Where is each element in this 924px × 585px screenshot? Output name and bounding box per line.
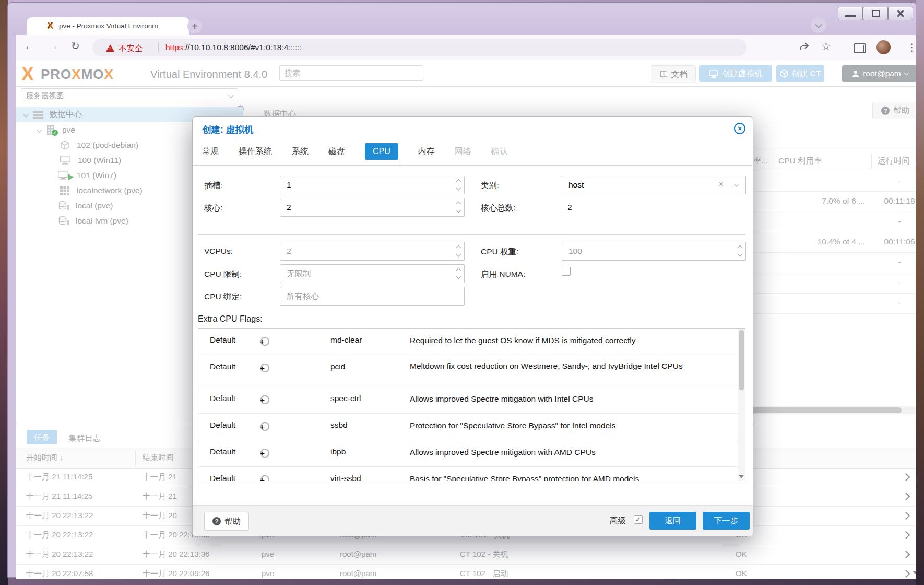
dialog-close-icon[interactable]: ×	[734, 123, 745, 134]
row-expand-icon[interactable]	[902, 531, 910, 540]
new-tab-button[interactable]: +	[187, 19, 202, 33]
col-mem-header[interactable]: 率...	[753, 156, 768, 167]
flag-desc: Required to let the guest OS know if MDS…	[410, 335, 733, 346]
scroll-down-icon[interactable]	[913, 571, 918, 574]
flag-row-ssbd[interactable]: Default - + ssbd Protection for "Specula…	[198, 414, 745, 440]
scrollbar-thumb[interactable]	[739, 330, 744, 390]
col-cpu-header[interactable]: CPU 利用率	[778, 156, 822, 167]
spinner-up-icon[interactable]	[456, 202, 461, 207]
tab-cluster-log[interactable]: 集群日志	[68, 433, 101, 444]
cpu-limit-input[interactable]: 无限制	[280, 264, 465, 283]
profile-avatar[interactable]	[876, 40, 891, 54]
create-vm-label: 创建虚拟机	[722, 68, 763, 79]
reload-button[interactable]: ↻	[71, 40, 80, 52]
spinner[interactable]	[457, 180, 460, 190]
spinner[interactable]	[457, 246, 460, 256]
security-warning-icon[interactable]: !	[106, 44, 114, 52]
plus-icon[interactable]: +	[260, 449, 265, 458]
scroll-right-icon[interactable]	[920, 408, 923, 414]
create-vm-button[interactable]: 创建虚拟机	[699, 65, 772, 82]
col-start-header[interactable]: 开始时间 ↓	[26, 453, 64, 463]
spinner[interactable]	[457, 268, 460, 278]
help-button[interactable]: ? 帮助	[872, 102, 918, 119]
flag-row-virt-ssbd[interactable]: Default - + virt-ssbd Basis for "Specula…	[198, 467, 745, 481]
row-expand-icon[interactable]	[902, 493, 910, 501]
spinner-up-icon[interactable]	[456, 245, 461, 251]
tab-network[interactable]: 网络	[455, 146, 471, 157]
tab-general[interactable]: 常规	[202, 146, 219, 157]
vcpus-input[interactable]: 2	[280, 242, 465, 261]
flag-row-md-clear[interactable]: Default - + md-clear Required to let the…	[198, 329, 745, 355]
row-expand-icon[interactable]	[902, 512, 910, 520]
col-end-header[interactable]: 结束时间	[143, 453, 174, 463]
affinity-input[interactable]: 所有核心	[280, 287, 465, 306]
dialog-help-button[interactable]: ? 帮助	[204, 512, 249, 531]
tab-memory[interactable]: 内存	[418, 146, 435, 157]
share-icon[interactable]	[798, 41, 810, 54]
task-row[interactable]: 十一月 20 22:13:22 十一月 20 22:13:36 pve root…	[16, 545, 923, 565]
clear-icon[interactable]: ×	[719, 180, 724, 189]
window-minimize-button[interactable]	[838, 7, 863, 20]
tab-tasks[interactable]: 任务	[27, 430, 57, 444]
plus-icon[interactable]: +	[260, 395, 265, 405]
spinner-up-icon[interactable]	[738, 245, 743, 251]
bookmark-star-icon[interactable]: ☆	[821, 40, 831, 53]
expander-icon[interactable]	[37, 127, 42, 133]
spinner-down-icon[interactable]	[456, 252, 461, 257]
user-menu-button[interactable]: root@pam	[842, 65, 918, 82]
spinner-up-icon[interactable]	[456, 268, 461, 273]
window-close-button[interactable]	[888, 7, 913, 20]
advanced-checkbox[interactable]: ✓	[634, 515, 643, 524]
numa-checkbox[interactable]	[562, 267, 571, 276]
question-icon: ?	[881, 107, 890, 115]
url-text[interactable]: https://10.10.10.8:8006/#v1:0:18:4::::::	[165, 43, 302, 52]
spinner-down-icon[interactable]	[456, 185, 461, 191]
row-expand-icon[interactable]	[902, 570, 910, 578]
combo-dropdown-icon[interactable]	[734, 182, 739, 187]
spinner-up-icon[interactable]	[456, 179, 461, 184]
spinner-down-icon[interactable]	[738, 252, 743, 257]
plus-icon[interactable]: +	[260, 364, 265, 373]
cpu-weight-input[interactable]: 100	[562, 242, 746, 261]
tab-system[interactable]: 系统	[292, 146, 309, 157]
plus-icon[interactable]: +	[260, 475, 265, 481]
expander-icon[interactable]	[23, 112, 29, 118]
tab-cpu[interactable]: CPU	[365, 143, 398, 160]
scroll-down-icon[interactable]	[739, 475, 744, 478]
tab-os[interactable]: 操作系统	[239, 146, 272, 157]
col-uptime-header[interactable]: 运行时间	[878, 156, 910, 167]
row-expand-icon[interactable]	[902, 473, 910, 482]
sockets-input[interactable]: 1	[280, 176, 465, 194]
back-button[interactable]: 返回	[649, 512, 696, 530]
side-panel-icon[interactable]	[854, 43, 866, 53]
browser-menu-icon[interactable]: ⋮	[907, 41, 917, 53]
cpu-type-combo[interactable]: host ×	[562, 176, 746, 194]
plus-icon[interactable]: +	[260, 337, 265, 346]
spinner-down-icon[interactable]	[456, 208, 461, 213]
global-search-input[interactable]: 搜索	[279, 65, 423, 81]
next-button[interactable]: 下一步	[703, 512, 750, 530]
tab-search-button[interactable]	[811, 17, 826, 33]
back-button[interactable]: ←	[24, 40, 34, 52]
task-row[interactable]: 十一月 20 22:07:58 十一月 20 22:09:26 pve root…	[16, 564, 923, 579]
cores-value: 2	[287, 203, 291, 212]
tab-disks[interactable]: 磁盘	[328, 146, 345, 157]
cores-input[interactable]: 2	[280, 198, 465, 217]
plus-icon[interactable]: +	[260, 422, 265, 431]
flag-row-spec-ctrl[interactable]: Default - + spec-ctrl Allows improved Sp…	[198, 387, 745, 414]
view-selector[interactable]: 服务器视图	[21, 88, 238, 103]
flag-row-ibpb[interactable]: Default - + ibpb Allows improved Spectre…	[198, 440, 745, 467]
window-maximize-button[interactable]	[863, 7, 888, 20]
browser-tab[interactable]: X pve - Proxmox Virtual Environm ×	[27, 17, 189, 35]
spinner[interactable]	[738, 246, 742, 256]
documentation-button[interactable]: 文档	[651, 65, 696, 83]
not-secure-label[interactable]: 不安全	[119, 43, 143, 54]
row-expand-icon[interactable]	[902, 551, 910, 559]
tab-confirm[interactable]: 确认	[491, 146, 508, 157]
flag-row-pcid[interactable]: Default - + pcid Meltdown fix cost reduc…	[198, 355, 745, 387]
forward-button[interactable]: →	[48, 40, 58, 52]
flags-scrollbar[interactable]	[738, 329, 745, 481]
create-ct-button[interactable]: 创建 CT	[776, 65, 824, 82]
spinner[interactable]	[457, 202, 460, 212]
spinner-down-icon[interactable]	[456, 274, 461, 279]
